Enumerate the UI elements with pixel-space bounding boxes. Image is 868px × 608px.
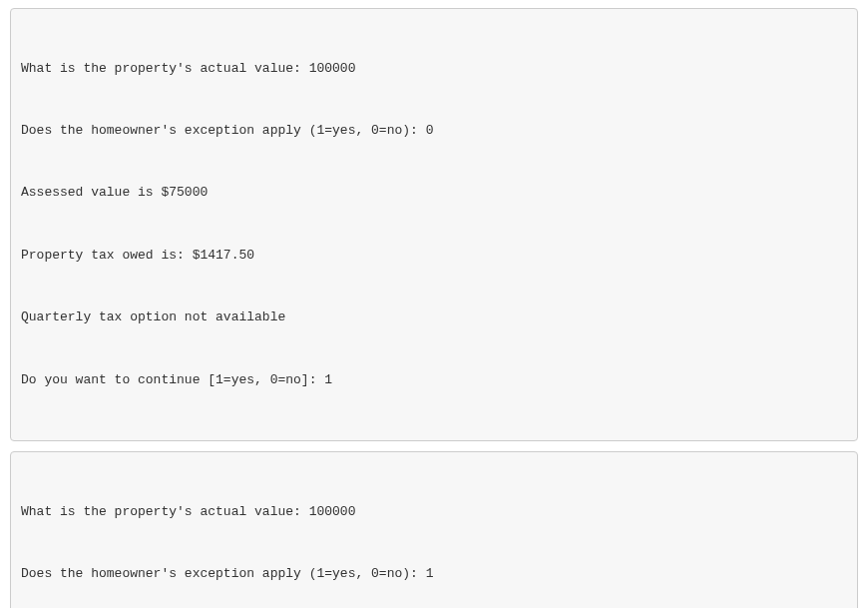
output-block: What is the property's actual value: 100…	[10, 451, 858, 608]
output-line: Does the homeowner's exception apply (1=…	[21, 564, 847, 585]
page-container: What is the property's actual value: 100…	[0, 0, 868, 608]
output-line: What is the property's actual value: 100…	[21, 59, 847, 80]
output-line: Do you want to continue [1=yes, 0=no]: 1	[21, 370, 847, 391]
output-block: What is the property's actual value: 100…	[10, 8, 858, 441]
output-line: What is the property's actual value: 100…	[21, 502, 847, 523]
output-line: Quarterly tax option not available	[21, 307, 847, 328]
output-line: Property tax owed is: $1417.50	[21, 246, 847, 267]
output-line: Does the homeowner's exception apply (1=…	[21, 121, 847, 142]
output-line: Assessed value is $75000	[21, 183, 847, 204]
